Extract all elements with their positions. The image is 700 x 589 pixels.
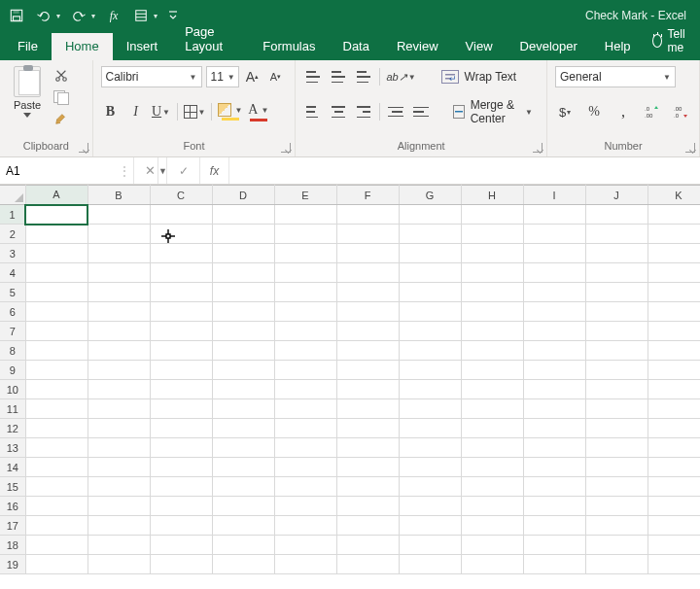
cell-E7[interactable]	[274, 322, 336, 341]
tab-home[interactable]: Home	[52, 33, 113, 60]
cell-G17[interactable]	[399, 516, 461, 536]
tab-file[interactable]: File	[4, 33, 52, 60]
select-all-corner[interactable]	[0, 186, 25, 205]
cell-B12[interactable]	[88, 419, 150, 438]
accounting-format-button[interactable]: $▾	[555, 101, 575, 122]
merge-center-button[interactable]: Merge & Center ▼	[447, 101, 539, 122]
col-header-g[interactable]: G	[399, 186, 461, 205]
cell-F15[interactable]	[336, 477, 399, 497]
cell-B10[interactable]	[88, 380, 150, 399]
cell-K7[interactable]	[648, 322, 700, 341]
cell-J8[interactable]	[585, 341, 648, 361]
cell-K16[interactable]	[648, 497, 700, 516]
cell-B13[interactable]	[88, 438, 150, 458]
number-format-combo[interactable]: General ▼	[555, 66, 676, 87]
paste-dropdown-icon[interactable]	[23, 113, 31, 118]
cell-K12[interactable]	[648, 419, 700, 438]
tab-developer[interactable]: Developer	[507, 33, 591, 60]
cell-C12[interactable]	[150, 419, 212, 438]
cell-I14[interactable]	[523, 458, 585, 477]
tab-insert[interactable]: Insert	[113, 33, 172, 60]
cell-D12[interactable]	[212, 419, 274, 438]
cell-C14[interactable]	[150, 458, 212, 477]
cell-D15[interactable]	[212, 477, 274, 497]
cell-G13[interactable]	[399, 438, 461, 458]
cell-H10[interactable]	[461, 380, 523, 399]
tab-view[interactable]: View	[452, 33, 507, 60]
cell-H14[interactable]	[461, 458, 523, 477]
cell-J1[interactable]	[585, 205, 648, 225]
decrease-decimal-button[interactable]: .00.0	[672, 101, 691, 122]
cell-G2[interactable]	[399, 225, 461, 244]
cut-button[interactable]	[52, 68, 70, 84]
cell-G10[interactable]	[399, 380, 461, 399]
col-header-c[interactable]: C	[150, 186, 212, 205]
cell-J16[interactable]	[585, 497, 648, 516]
cell-A19[interactable]	[25, 555, 88, 574]
cell-K4[interactable]	[648, 263, 700, 283]
cell-F19[interactable]	[336, 555, 399, 574]
col-header-e[interactable]: E	[274, 186, 336, 205]
cell-F17[interactable]	[336, 516, 399, 536]
tab-page-layout[interactable]: Page Layout	[171, 18, 249, 60]
cell-G3[interactable]	[399, 244, 461, 263]
tell-me[interactable]: Tell me	[645, 21, 700, 60]
cell-G6[interactable]	[399, 302, 461, 322]
cell-H17[interactable]	[461, 516, 523, 536]
col-header-k[interactable]: K	[648, 186, 700, 205]
cell-K2[interactable]	[648, 225, 700, 244]
col-header-b[interactable]: B	[88, 186, 150, 205]
cell-A5[interactable]	[25, 283, 88, 302]
row-header-15[interactable]: 15	[0, 477, 25, 497]
decrease-indent-button[interactable]	[386, 101, 405, 122]
cell-J11[interactable]	[585, 399, 648, 419]
cell-D19[interactable]	[212, 555, 274, 574]
row-header-12[interactable]: 12	[0, 419, 25, 438]
cell-A6[interactable]	[25, 302, 88, 322]
cell-C13[interactable]	[150, 438, 212, 458]
cell-D2[interactable]	[212, 225, 274, 244]
cell-J17[interactable]	[585, 516, 648, 536]
font-color-button[interactable]: A▼	[248, 101, 268, 122]
row-header-8[interactable]: 8	[0, 341, 25, 361]
cell-I1[interactable]	[523, 205, 585, 225]
redo-icon[interactable]	[70, 7, 88, 24]
cell-A4[interactable]	[25, 263, 88, 283]
cell-A13[interactable]	[25, 438, 88, 458]
cell-C5[interactable]	[150, 283, 212, 302]
cell-F7[interactable]	[336, 322, 399, 341]
cell-B19[interactable]	[88, 555, 150, 574]
cell-E19[interactable]	[274, 555, 336, 574]
row-header-2[interactable]: 2	[0, 225, 25, 244]
cell-F11[interactable]	[336, 399, 399, 419]
worksheet-grid[interactable]: A B C D E F G H I J K 123456789101112131…	[0, 185, 700, 589]
font-size-combo[interactable]: 11 ▼	[206, 66, 239, 87]
col-header-f[interactable]: F	[336, 186, 399, 205]
cell-H9[interactable]	[461, 361, 523, 380]
cell-K8[interactable]	[648, 341, 700, 361]
row-header-7[interactable]: 7	[0, 322, 25, 341]
cell-H7[interactable]	[461, 322, 523, 341]
cell-K18[interactable]	[648, 536, 700, 555]
cell-D6[interactable]	[212, 302, 274, 322]
cell-D1[interactable]	[212, 205, 274, 225]
cell-C9[interactable]	[150, 361, 212, 380]
cell-E4[interactable]	[274, 263, 336, 283]
cell-E2[interactable]	[274, 225, 336, 244]
cell-I13[interactable]	[523, 438, 585, 458]
paste-button[interactable]: Paste	[8, 66, 47, 118]
cell-G5[interactable]	[399, 283, 461, 302]
cell-K15[interactable]	[648, 477, 700, 497]
cell-D10[interactable]	[212, 380, 274, 399]
cell-I19[interactable]	[523, 555, 585, 574]
alignment-dialog-launcher[interactable]	[533, 143, 542, 153]
cell-H8[interactable]	[461, 341, 523, 361]
cell-I5[interactable]	[523, 283, 585, 302]
cell-A12[interactable]	[25, 419, 88, 438]
cell-D11[interactable]	[212, 399, 274, 419]
orientation-button[interactable]: ab↗▼	[386, 66, 415, 87]
cell-H13[interactable]	[461, 438, 523, 458]
align-center-button[interactable]	[329, 101, 348, 122]
cell-A17[interactable]	[25, 516, 88, 536]
cell-K19[interactable]	[648, 555, 700, 574]
